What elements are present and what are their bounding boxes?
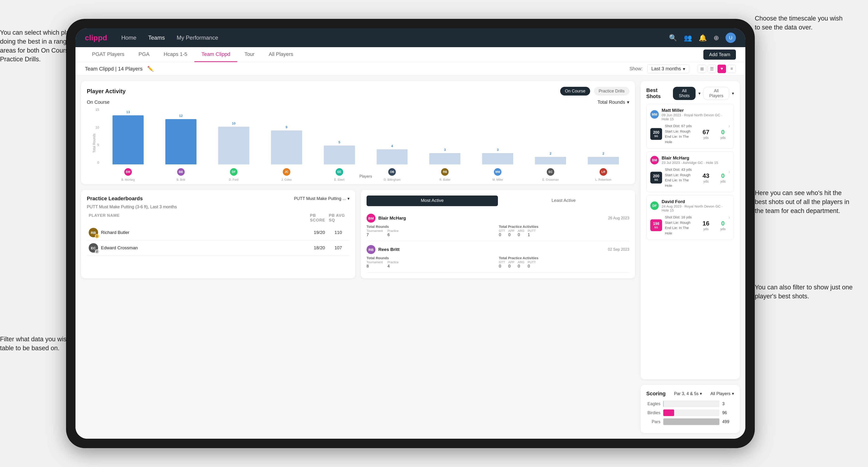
shot-details-2: 200 SG Shot Dist: 43 yds Start Lie: Roug… <box>650 167 730 188</box>
activity-tournament-2: 8 <box>367 264 383 269</box>
best-shots-header: Best Shots All Shots ▾ All Players ▾ <box>646 87 734 100</box>
tab-pga[interactable]: PGA <box>131 47 156 62</box>
all-shots-tab[interactable]: All Shots <box>673 87 695 100</box>
shot-avatar-1: MM <box>650 110 659 119</box>
bar-xlabel-10: L. Robertson <box>595 178 612 181</box>
lb-player-2: EC 2 Edward Crossman <box>89 243 310 253</box>
act-putt-1: 1 <box>528 232 536 237</box>
leaderboard-title: Practice Leaderboards <box>87 195 143 201</box>
bar-val-7: 3 <box>444 148 446 152</box>
add-team-button[interactable]: Add Team <box>703 50 736 60</box>
nav-avatar[interactable]: U <box>725 33 736 43</box>
search-icon-btn[interactable]: 🔍 <box>669 34 677 42</box>
all-players-dropdown[interactable]: ▾ <box>732 91 734 96</box>
lb-pbs-2: 18/20 <box>310 245 329 250</box>
tab-tour[interactable]: Tour <box>237 47 261 62</box>
chart-view-btn[interactable]: ♥ <box>717 65 726 73</box>
shot-details-3: 198 SG Shot Dist: 16 yds Start Lie: Roug… <box>650 215 730 236</box>
shot-stat-zero-2: 0 yds <box>716 172 730 183</box>
bar-group-obillingham: 4 OB O. Billingham <box>366 108 418 164</box>
scoring-dropdown-2[interactable]: All Players ▾ <box>710 391 734 396</box>
nav-my-performance[interactable]: My Performance <box>177 34 218 41</box>
scoring-val-eagles: 3 <box>722 401 734 406</box>
scoring-bar-pars <box>663 418 719 425</box>
sub-nav: PGAT Players PGA Hcaps 1-5 Team Clippd T… <box>75 47 745 62</box>
y-axis-title: Total Rounds <box>92 133 96 153</box>
bar-5 <box>324 146 355 164</box>
view-icons: ⊞ ☰ ♥ ≡ <box>698 65 736 73</box>
bar-2 <box>165 119 196 164</box>
bar-group-rbutler: 3 RB R. Butler <box>419 108 471 164</box>
bar-val-6: 4 <box>391 144 393 148</box>
bar-3 <box>218 127 249 164</box>
scoring-label-pars: Pars <box>646 419 660 424</box>
list-view-btn[interactable]: ≡ <box>727 65 736 73</box>
chart-dropdown[interactable]: Total Rounds ▾ <box>597 99 629 105</box>
most-active-tabs: Most Active Least Active <box>367 195 629 206</box>
chevron-down-icon: ▾ <box>732 391 734 396</box>
plus-circle-icon-btn[interactable]: ⊕ <box>714 34 719 42</box>
tablet-frame: clippd Home Teams My Performance 🔍 👥 🔔 ⊕… <box>66 19 755 448</box>
bar-xlabel-7: R. Butler <box>439 178 451 181</box>
scoring-dropdown-1[interactable]: Par 3, 4 & 5s ▾ <box>674 391 702 396</box>
users-icon-btn[interactable]: 👥 <box>684 34 692 42</box>
bar-group-eebert: 5 EE E. Ebert <box>313 108 365 164</box>
shot-player-name-3: David Ford <box>661 199 730 204</box>
shot-stat-zero-1: 0 yds <box>716 129 730 139</box>
bar-10 <box>588 157 619 164</box>
chevron-right-icon-1[interactable]: › <box>728 123 730 129</box>
activity-player-header-1: BM Blair McHarg 26 Aug 2023 <box>367 214 629 223</box>
bar-xlabel-9: E. Crossman <box>542 178 559 181</box>
lb-avatar-1: RB 1 <box>89 228 98 237</box>
bar-xlabel-1: B. McHarg <box>121 178 135 181</box>
lb-col-pb-score: PB SCORE <box>310 213 329 223</box>
tab-all-players[interactable]: All Players <box>261 47 300 62</box>
shot-player-name-2: Blair McHarg <box>661 155 718 161</box>
player-activity-header: Player Activity On Course Practice Drill… <box>87 87 629 96</box>
grid-view-btn[interactable]: ⊞ <box>698 65 706 73</box>
annotation-filter-player: You can also filter to show just one pla… <box>755 283 854 301</box>
tab-least-active[interactable]: Least Active <box>498 195 629 206</box>
lb-rank-1: 1 <box>95 234 99 238</box>
act-app-2: 0 <box>508 264 515 269</box>
shot-item-2: BM Blair McHarg 23 Jul 2023 · Ashridge G… <box>646 151 734 192</box>
edit-icon[interactable]: ✏️ <box>147 66 154 72</box>
nav-home[interactable]: Home <box>121 34 136 41</box>
show-dropdown[interactable]: Last 3 months ▾ <box>647 64 689 73</box>
leaderboard-dropdown[interactable]: PUTT Must Make Putting ... ▾ <box>294 196 349 201</box>
bell-icon-btn[interactable]: 🔔 <box>699 34 707 42</box>
y-label-5: 5 <box>97 143 99 147</box>
act-arg-2: 0 <box>518 264 524 269</box>
lb-row-1: RB 1 Richard Butler 19/20 110 <box>87 225 349 240</box>
tab-hcaps[interactable]: Hcaps 1-5 <box>157 47 194 62</box>
tab-most-active[interactable]: Most Active <box>367 195 498 206</box>
tab-team-clippd[interactable]: Team Clippd <box>194 47 237 62</box>
lb-pbs-1: 19/20 <box>310 230 329 235</box>
nav-icons: 🔍 👥 🔔 ⊕ U <box>669 33 736 43</box>
lb-pbavg-2: 107 <box>329 245 348 250</box>
shot-badge-3: 198 SG <box>650 219 662 231</box>
on-course-toggle[interactable]: On Course <box>560 87 590 96</box>
bar-val-3: 10 <box>232 121 236 125</box>
nav-teams[interactable]: Teams <box>148 34 165 41</box>
nav-links: Home Teams My Performance <box>121 34 669 41</box>
shot-info-1: Shot Dist: 67 yds Start Lie: Rough End L… <box>665 123 696 145</box>
chevron-down-icon: ▾ <box>627 99 629 105</box>
shot-avatar-3: DF <box>650 201 659 210</box>
scoring-bar-birdies <box>663 409 674 416</box>
bar-val-10: 2 <box>602 152 604 155</box>
chevron-down-icon: ▾ <box>732 91 734 96</box>
tablet-screen: clippd Home Teams My Performance 🔍 👥 🔔 ⊕… <box>75 28 745 439</box>
tab-pgat-players[interactable]: PGAT Players <box>85 47 131 62</box>
activity-practice-2: 4 <box>388 264 399 269</box>
table-view-btn[interactable]: ☰ <box>708 65 716 73</box>
bar-1 <box>113 115 144 164</box>
practice-drills-toggle[interactable]: Practice Drills <box>594 87 629 96</box>
chevron-right-icon-3[interactable]: › <box>728 214 730 220</box>
all-players-tab[interactable]: All Players <box>703 87 729 100</box>
chevron-right-icon-2[interactable]: › <box>728 169 730 175</box>
chevron-down-icon: ▾ <box>699 91 701 96</box>
players-x-label: Players <box>102 174 629 179</box>
all-shots-dropdown[interactable]: ▾ <box>699 91 701 96</box>
bar-val-8: 3 <box>497 148 499 152</box>
